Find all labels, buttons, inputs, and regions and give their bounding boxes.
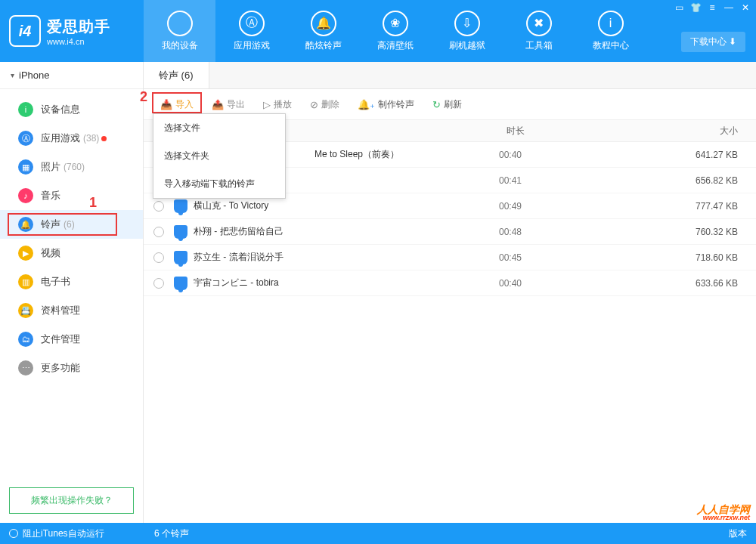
sidebar-item-8[interactable]: 🗂文件管理 [0, 325, 143, 354]
row-duration: 00:40 [499, 150, 665, 160]
device-name: iPhone [19, 70, 49, 81]
nav-icon: 🔔 [311, 11, 336, 36]
ringtone-icon [174, 225, 187, 239]
nav-icon: ⇩ [454, 11, 480, 36]
sidebar-item-1[interactable]: Ⓐ应用游戏(38) [0, 124, 143, 153]
minimize-icon[interactable]: ― [721, 2, 736, 14]
sidebar-label: 铃声 [41, 218, 60, 231]
nav-item-6[interactable]: i教程中心 [575, 0, 646, 62]
import-dropdown: 选择文件选择文件夹导入移动端下载的铃声 [153, 113, 286, 199]
nav-label: 酷炫铃声 [305, 39, 342, 52]
nav-label: 刷机越狱 [449, 39, 485, 52]
close-icon[interactable]: ✕ [738, 2, 753, 14]
nav-item-2[interactable]: 🔔酷炫铃声 [287, 0, 359, 62]
sidebar-item-4[interactable]: 🔔铃声(6) [0, 210, 143, 239]
table-row[interactable]: 朴翔 - 把悲伤留给自己00:48760.32 KB [144, 219, 756, 245]
sidebar-label: 应用游戏 [41, 131, 80, 145]
nav-icon: ✖ [526, 11, 552, 36]
sidebar-item-3[interactable]: ♪音乐 [0, 181, 143, 210]
ringtone-icon [174, 199, 187, 213]
sidebar-icon: ♪ [18, 188, 33, 203]
nav-item-4[interactable]: ⇩刷机越狱 [431, 0, 503, 62]
help-link[interactable]: 频繁出现操作失败？ [9, 487, 134, 514]
sidebar-item-7[interactable]: 📇资料管理 [0, 296, 143, 325]
row-duration: 00:49 [499, 201, 665, 212]
sidebar-label: 照片 [41, 160, 60, 174]
col-size[interactable]: 大小 [665, 125, 756, 138]
nav-label: 应用游戏 [234, 39, 270, 52]
sidebar-label: 资料管理 [41, 304, 80, 317]
row-name-cell: 朴翔 - 把悲伤留给自己 [174, 225, 499, 239]
sidebar-item-6[interactable]: ▥电子书 [0, 267, 143, 296]
sidebar-count: (760) [64, 162, 85, 172]
nav-label: 高清壁纸 [377, 39, 414, 52]
footer-version: 版本 [729, 527, 756, 540]
feedback-icon[interactable]: ▭ [671, 2, 686, 14]
sidebar-list: i设备信息Ⓐ应用游戏(38)▦照片(760)♪音乐🔔铃声(6)▶视频▥电子书📇资… [0, 89, 143, 523]
row-size: 760.32 KB [665, 227, 756, 237]
row-duration: 00:48 [499, 227, 665, 237]
nav-label: 工具箱 [525, 39, 553, 52]
import-icon: 📥 [160, 99, 172, 110]
tab-ringtones[interactable]: 铃声 (6) [144, 62, 209, 88]
app-header: i4 爱思助手 www.i4.cn 我的设备Ⓐ应用游戏🔔酷炫铃声❀高清壁纸⇩刷机… [0, 0, 756, 62]
itunes-block-toggle[interactable]: 阻止iTunes自动运行 [0, 527, 144, 540]
table-row[interactable]: 苏立生 - 流着泪说分手00:45718.60 KB [144, 245, 756, 270]
export-icon: 📤 [212, 99, 224, 110]
sidebar-label: 电子书 [41, 275, 70, 289]
sidebar-icon: 📇 [18, 303, 33, 318]
sidebar-item-9[interactable]: ⋯更多功能 [0, 354, 143, 382]
row-duration: 00:40 [499, 278, 665, 289]
sidebar-count: (6) [64, 219, 75, 230]
col-duration[interactable]: 时长 [499, 125, 665, 138]
row-name: 朴翔 - 把悲伤留给自己 [194, 225, 284, 238]
sidebar-label: 设备信息 [41, 103, 80, 116]
row-checkbox[interactable] [153, 252, 164, 263]
row-checkbox[interactable] [153, 278, 164, 289]
nav-icon: ❀ [383, 11, 408, 36]
export-button[interactable]: 📤导出 [204, 95, 253, 114]
sidebar-item-0[interactable]: i设备信息 [0, 95, 143, 124]
nav-label: 教程中心 [593, 39, 629, 52]
sidebar-icon: Ⓐ [18, 131, 33, 146]
import-menu-item-0[interactable]: 选择文件 [153, 114, 285, 142]
play-button[interactable]: ▷播放 [256, 95, 299, 114]
nav-icon: i [598, 11, 624, 36]
notification-dot-icon [101, 136, 107, 141]
sidebar-icon: i [18, 102, 33, 117]
row-checkbox[interactable] [153, 227, 164, 237]
menu-icon[interactable]: ≡ [705, 2, 720, 14]
sidebar-count: (38) [83, 133, 99, 144]
play-icon: ▷ [263, 99, 271, 110]
make-ringtone-button[interactable]: 🔔₊制作铃声 [350, 95, 422, 114]
refresh-button[interactable]: ↻刷新 [425, 95, 469, 114]
sidebar-icon: ▶ [18, 246, 33, 261]
device-selector[interactable]: iPhone [0, 62, 143, 89]
sidebar-icon: 🔔 [18, 217, 33, 232]
sidebar-icon: ▦ [18, 159, 33, 175]
sidebar-item-2[interactable]: ▦照片(760) [0, 153, 143, 181]
row-checkbox[interactable] [153, 201, 164, 212]
bell-plus-icon: 🔔₊ [358, 99, 375, 110]
refresh-icon: ↻ [432, 99, 441, 110]
app-name: 爱思助手 [47, 17, 110, 37]
nav-item-0[interactable]: 我的设备 [144, 0, 215, 62]
row-name-cell: 苏立生 - 流着泪说分手 [174, 251, 499, 264]
nav-item-5[interactable]: ✖工具箱 [503, 0, 575, 62]
import-button[interactable]: 📥导入 [153, 95, 201, 114]
sidebar-label: 视频 [41, 246, 60, 260]
import-menu-item-2[interactable]: 导入移动端下载的铃声 [153, 170, 285, 198]
nav-item-3[interactable]: ❀高清壁纸 [359, 0, 431, 62]
download-center-button[interactable]: 下载中心 ⬇ [681, 32, 745, 52]
delete-button[interactable]: ⊘删除 [302, 95, 347, 114]
status-bar: 阻止iTunes自动运行 6 个铃声 版本 [0, 523, 756, 544]
table-row[interactable]: 宇宙コンビニ - tobira00:40633.66 KB [144, 270, 756, 296]
sidebar-label: 更多功能 [41, 361, 80, 375]
skin-icon[interactable]: 👕 [688, 2, 703, 14]
row-name-cell: 宇宙コンビニ - tobira [174, 277, 499, 290]
row-size: 656.82 KB [665, 175, 756, 186]
nav-item-1[interactable]: Ⓐ应用游戏 [215, 0, 287, 62]
import-menu-item-1[interactable]: 选择文件夹 [153, 142, 285, 170]
logo-area: i4 爱思助手 www.i4.cn [0, 0, 144, 62]
sidebar-item-5[interactable]: ▶视频 [0, 239, 143, 267]
